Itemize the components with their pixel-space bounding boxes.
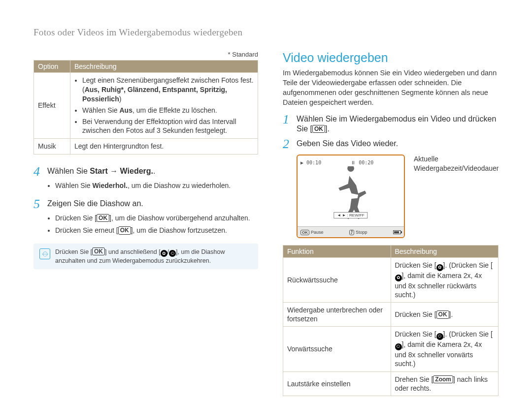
th-desc: Beschreibung: [391, 246, 499, 258]
cell-desc: Drücken Sie [✿]. (Drücken Sie [✿], damit…: [391, 258, 499, 303]
table-row: Rückwärtssuche Drücken Sie [✿]. (Drücken…: [283, 258, 499, 303]
table-row: Wiedergabe unterbrechen oder fortsetzen …: [283, 303, 499, 327]
step-substeps: Drücken Sie [OK], um die Diashow vorüber…: [47, 214, 258, 236]
right-column: Video wiedergeben Im Wiedergabemodus kön…: [283, 51, 499, 396]
left-column: * Standard Option Beschreibung Effekt Le…: [33, 51, 258, 396]
cell-musik-label: Musik: [34, 139, 70, 154]
table-row: Lautstärke einstellen Drehen Sie [Zoom] …: [283, 371, 499, 396]
timer-icon: ⏲: [169, 250, 176, 257]
cell-desc: Drücken Sie [⏲]. (Drücken Sie [⏲], damit…: [391, 327, 499, 371]
timer-icon: ⏲: [395, 343, 402, 350]
options-table: Option Beschreibung Effekt Legt einen Sz…: [33, 60, 258, 154]
step-text: Zeigen Sie die Diashow an.: [47, 199, 258, 209]
stop-control: ⤴Stopp: [349, 230, 367, 235]
step-number: 4: [33, 165, 47, 178]
lcd-figure: 00:10 00:20 ◄ ► : REW/FF OKPause ⤴Stopp: [297, 154, 499, 238]
step-2: 2 Geben Sie das Video wieder.: [283, 139, 499, 151]
intro-paragraph: Im Wiedergabemodus können Sie ein Video …: [283, 68, 499, 107]
step-number: 5: [33, 198, 47, 211]
rew-ff-label: ◄ ► : REW/FF: [333, 212, 367, 218]
table-row: Effekt Legt einen Szenenübergangseffekt …: [34, 73, 258, 139]
step-text: Wählen Sie im Wiedergabemodus ein Video …: [297, 114, 499, 134]
cell-label: Vorwärtssuche: [283, 327, 391, 371]
note-text: Drücken Sie [OK] und anschließend [✿/⏲],…: [55, 247, 252, 265]
lcd-screen: 00:10 00:20 ◄ ► : REW/FF OKPause ⤴Stopp: [297, 154, 405, 238]
effekt-bullet-2: Wählen Sie Aus, um die Effekte zu lösche…: [82, 106, 254, 115]
step-number: 2: [283, 138, 297, 151]
table-row: Musik Legt den Hintergrundton fest.: [34, 139, 258, 154]
cell-label: Wiedergabe unterbrechen oder fortsetzen: [283, 303, 391, 327]
cell-musik-desc: Legt den Hintergrundton fest.: [70, 139, 258, 154]
step-number: 1: [283, 113, 297, 126]
ok-icon: OK: [312, 125, 325, 133]
battery-icon: [393, 230, 401, 234]
standard-note: * Standard: [33, 51, 258, 58]
table-row: Vorwärtssuche Drücken Sie [⏲]. (Drücken …: [283, 327, 499, 371]
ok-icon: OK: [92, 247, 105, 255]
step-text: Wählen Sie Start → Wiederg..: [47, 166, 258, 176]
note-box: ⦵ Drücken Sie [OK] und anschließend [✿/⏲…: [33, 244, 258, 269]
ok-icon: OK: [300, 230, 309, 235]
ok-icon: OK: [118, 226, 131, 234]
cell-label: Rückwärtssuche: [283, 258, 391, 303]
step-5: 5 Zeigen Sie die Diashow an. Drücken Sie…: [33, 199, 258, 236]
note-icon: ⦵: [39, 248, 50, 259]
columns: * Standard Option Beschreibung Effekt Le…: [33, 51, 499, 396]
cell-effekt-label: Effekt: [34, 73, 70, 139]
table-header-row: Option Beschreibung: [34, 61, 258, 73]
flower-icon: ✿: [161, 250, 167, 257]
playback-time: 00:10: [300, 160, 321, 165]
total-time: 00:20: [351, 160, 373, 165]
flower-icon: ✿: [395, 275, 402, 281]
th-option: Option: [34, 61, 70, 73]
table-header-row: Funktion Beschreibung: [283, 246, 499, 258]
section-heading: Video wiedergeben: [283, 51, 499, 65]
th-function: Funktion: [283, 246, 391, 258]
timer-icon: ⏲: [436, 333, 443, 340]
function-table: Funktion Beschreibung Rückwärtssuche Drü…: [283, 245, 499, 396]
effekt-bullet-3: Bei Verwendung der Effektoption wird das…: [82, 117, 254, 136]
pause-control: OKPause: [300, 230, 324, 235]
lcd-topbar: 00:10 00:20: [300, 158, 401, 166]
step-text: Geben Sie das Video wieder.: [297, 139, 499, 149]
cell-label: Lautstärke einstellen: [283, 371, 391, 396]
flower-icon: ✿: [436, 264, 443, 271]
effekt-bullet-1: Legt einen Szenenübergangseffekt zwische…: [82, 76, 254, 104]
cell-effekt-desc: Legt einen Szenenübergangseffekt zwische…: [70, 73, 258, 139]
step-substeps: Wählen Sie Wiederhol., um die Diashow zu…: [47, 181, 258, 191]
zoom-label: Zoom: [433, 375, 453, 383]
ok-icon: OK: [97, 214, 109, 222]
th-desc: Beschreibung: [70, 61, 258, 73]
lcd-bottombar: OKPause ⤴Stopp: [298, 226, 404, 237]
step-4: 4 Wählen Sie Start → Wiederg.. Wählen Si…: [33, 166, 258, 191]
page-header: Fotos oder Videos im Wiedergabemodus wie…: [33, 27, 499, 38]
step-1: 1 Wählen Sie im Wiedergabemodus ein Vide…: [283, 114, 499, 134]
lcd-caption: Aktuelle Wiedergabezeit/Videodauer: [414, 154, 498, 173]
ok-icon: OK: [436, 310, 449, 318]
manual-page: Fotos oder Videos im Wiedergabemodus wie…: [33, 27, 499, 381]
cell-desc: Drücken Sie [OK].: [391, 303, 499, 327]
cell-desc: Drehen Sie [Zoom] nach links oder rechts…: [391, 371, 499, 396]
up-icon: ⤴: [349, 230, 354, 235]
